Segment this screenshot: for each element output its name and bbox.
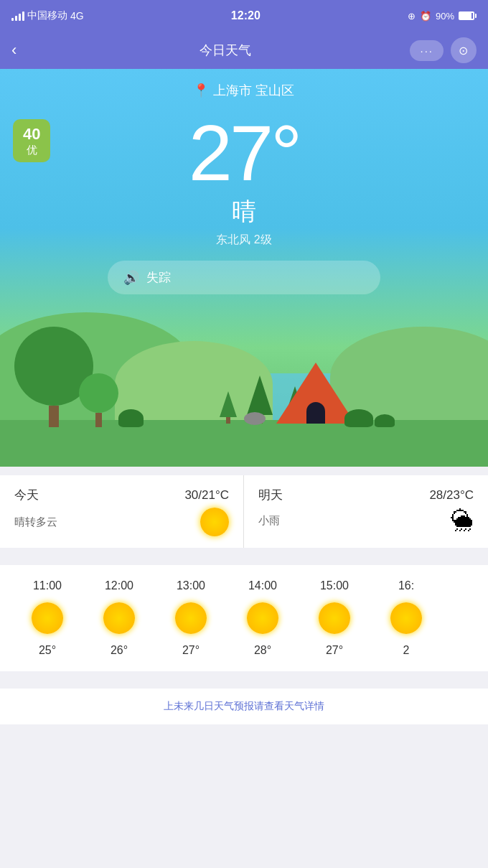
- location-text: 上海市 宝山区: [213, 82, 294, 99]
- section-divider-1: [0, 467, 488, 475]
- hourly-sun-4: [319, 602, 350, 634]
- nav-actions: ··· ⊙: [410, 37, 477, 63]
- carrier-label: 中国移动: [27, 9, 67, 22]
- tomorrow-temp: 28/23°C: [429, 488, 474, 503]
- bush-left: [118, 409, 144, 427]
- status-left: 中国移动 4G: [11, 9, 84, 22]
- battery-label: 90%: [436, 11, 454, 22]
- forecast-today-bottom: 晴转多云: [14, 508, 229, 536]
- hourly-item-1: 12:00 26°: [83, 579, 155, 657]
- bottom-link-text: 上未来几日天气预报请查看天气详情: [164, 700, 324, 711]
- forecast-today-top: 今天 30/21°C: [14, 487, 229, 503]
- alarm-icon: ⏰: [420, 11, 431, 22]
- sun-icon: [200, 508, 229, 536]
- tent: [276, 363, 355, 424]
- voice-bar[interactable]: 🔊 失踪: [108, 261, 380, 294]
- status-time: 12:20: [231, 9, 261, 22]
- today-desc: 晴转多云: [14, 515, 57, 529]
- cloud-rain-icon: 🌦: [451, 508, 474, 534]
- pine-tree-3: [220, 391, 237, 424]
- forecast-grid: 今天 30/21°C 晴转多云 明天 28/23°C 小雨 🌦: [0, 475, 488, 548]
- hourly-item-2: 13:00 27°: [155, 579, 227, 657]
- network-label: 4G: [70, 10, 84, 22]
- hourly-sun-1: [103, 602, 135, 634]
- weather-condition: 晴: [0, 195, 488, 228]
- bush-right: [344, 409, 373, 427]
- wind-info: 东北风 2级: [0, 233, 488, 248]
- forecast-tomorrow-top: 明天 28/23°C: [258, 487, 474, 503]
- location-bar: 📍 上海市 宝山区: [0, 69, 488, 106]
- hourly-item-3: 14:00 28°: [227, 579, 299, 657]
- aqi-level: 优: [23, 144, 40, 157]
- today-label: 今天: [14, 487, 39, 503]
- stone: [244, 412, 266, 425]
- more-button[interactable]: ···: [410, 40, 444, 61]
- section-divider-2: [0, 548, 488, 556]
- status-bar: 中国移动 4G 12:20 ⊕ ⏰ 90%: [0, 0, 488, 32]
- back-button[interactable]: ‹: [11, 41, 40, 60]
- forecast-section: 今天 30/21°C 晴转多云 明天 28/23°C 小雨 🌦: [0, 475, 488, 548]
- voice-text: 失踪: [146, 269, 171, 286]
- lock-icon: ⊕: [408, 11, 416, 22]
- location-pin-icon: 📍: [193, 83, 209, 98]
- battery-icon: [459, 11, 477, 20]
- hourly-scroll[interactable]: 11:00 25° 12:00 26° 13:00 27° 14:00 28° …: [0, 579, 488, 657]
- hourly-sun-0: [32, 602, 63, 634]
- status-right: ⊕ ⏰ 90%: [408, 11, 477, 22]
- hourly-sun-2: [175, 602, 207, 634]
- hourly-item-0: 11:00 25°: [11, 579, 83, 657]
- forecast-tomorrow-bottom: 小雨 🌦: [258, 508, 474, 534]
- signal-bars: [11, 11, 24, 21]
- today-temp: 30/21°C: [184, 488, 229, 503]
- temperature-display: 27° 晴 东北风 2级: [0, 106, 488, 248]
- hourly-section: 11:00 25° 12:00 26° 13:00 27° 14:00 28° …: [0, 565, 488, 671]
- forecast-tomorrow: 明天 28/23°C 小雨 🌦: [244, 475, 488, 548]
- aqi-badge: 40 优: [13, 119, 50, 162]
- hourly-item-5: 16: 2: [370, 579, 442, 657]
- aqi-value: 40: [23, 125, 40, 144]
- section-divider-3: [0, 671, 488, 680]
- bottom-link[interactable]: 上未来几日天气预报请查看天气详情: [0, 689, 488, 724]
- tomorrow-label: 明天: [258, 487, 283, 503]
- small-tree: [79, 373, 118, 427]
- landscape-scene: [0, 309, 488, 467]
- nav-bar: ‹ 今日天气 ··· ⊙: [0, 32, 488, 69]
- temperature-value: 27°: [0, 113, 488, 192]
- page-title: 今日天气: [200, 42, 251, 59]
- hourly-sun-5: [390, 602, 422, 634]
- bush-small: [375, 414, 395, 427]
- voice-icon: 🔊: [123, 270, 139, 286]
- target-button[interactable]: ⊙: [451, 37, 477, 63]
- tomorrow-desc: 小雨: [258, 514, 280, 528]
- weather-hero: 📍 上海市 宝山区 40 优 27° 晴 东北风 2级 🔊 失踪: [0, 69, 488, 467]
- forecast-today: 今天 30/21°C 晴转多云: [0, 475, 244, 548]
- hourly-item-4: 15:00 27°: [299, 579, 370, 657]
- hourly-sun-3: [247, 602, 278, 634]
